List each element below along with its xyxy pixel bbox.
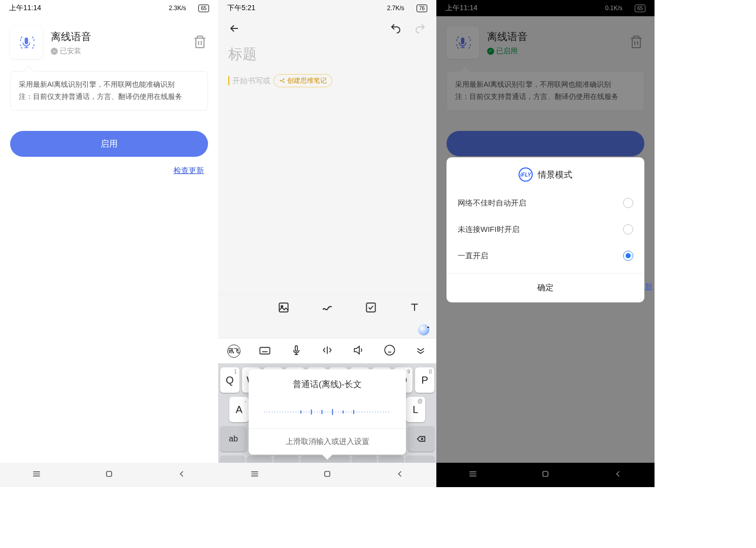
svg-point-14 <box>385 345 395 355</box>
emoji-icon[interactable] <box>418 324 429 335</box>
feature-title: 离线语音 <box>51 30 184 44</box>
svg-rect-11 <box>366 303 375 312</box>
nav-back-icon[interactable] <box>613 469 623 481</box>
radio-checked-icon <box>623 251 633 261</box>
body-input[interactable]: 开始书写或 创建思维笔记 <box>218 64 436 97</box>
svg-rect-21 <box>543 471 548 476</box>
battery-icon: 76 <box>417 5 427 12</box>
delete-button[interactable] <box>192 33 208 52</box>
keyboard-icon[interactable] <box>258 344 271 359</box>
ime-toolbar: 讯飞 <box>218 338 436 363</box>
redo-button[interactable] <box>414 22 426 37</box>
svg-rect-12 <box>260 347 270 354</box>
collapse-icon[interactable] <box>414 344 427 359</box>
undo-button[interactable] <box>390 22 402 37</box>
feature-card: 离线语音 已安装 <box>0 16 218 65</box>
editor-toolbar <box>218 294 436 322</box>
nav-bar <box>218 463 436 487</box>
key-ab[interactable]: ab <box>220 426 247 452</box>
scene-mode-modal: iFLY 情景模式 网络不佳时自动开启 未连接WIFI时开启 一直开启 确定 <box>446 157 644 302</box>
phone-3: 上午11:14 0.1K/s 65 离线语音 已启用 <box>436 0 655 487</box>
key-P[interactable]: P0 <box>415 367 434 393</box>
status-bar: 下午5:21 2.7K/s 76 <box>218 0 436 16</box>
ime-suggestion-bar <box>218 322 436 338</box>
phone-2: 下午5:21 2.7K/s 76 标题 开始书写或 创建思维笔记 <box>218 0 436 487</box>
svg-rect-17 <box>325 471 330 476</box>
nav-back-icon[interactable] <box>177 469 187 481</box>
voice-icon <box>10 26 43 59</box>
create-mindnote-chip[interactable]: 创建思维笔记 <box>273 74 332 87</box>
status-installed-icon <box>51 48 58 55</box>
nav-home-icon[interactable] <box>540 469 551 481</box>
feature-status: 已安装 <box>51 47 184 56</box>
option-auto-on-bad-network[interactable]: 网络不佳时自动开启 <box>446 190 644 216</box>
text-cursor <box>228 76 229 85</box>
title-input[interactable]: 标题 <box>218 43 436 64</box>
status-right: 2.3K/s 65 <box>169 5 209 12</box>
cursor-move-icon[interactable] <box>321 344 334 359</box>
ifly-logo-icon: iFLY <box>519 167 533 182</box>
svg-point-6 <box>280 80 281 81</box>
option-always-on[interactable]: 一直开启 <box>446 243 644 269</box>
voice-waveform <box>249 395 406 428</box>
voice-input-popup: 普通话(离线)-长文 上滑取消输入或进入设置 <box>249 369 406 455</box>
enable-button[interactable]: 启用 <box>10 131 208 157</box>
mic-icon[interactable] <box>290 344 303 359</box>
nav-menu-icon[interactable] <box>31 469 42 481</box>
radio-unchecked-icon <box>623 224 633 234</box>
voice-mode-label: 普通话(离线)-长文 <box>249 369 406 395</box>
svg-rect-3 <box>107 471 112 476</box>
key-Q[interactable]: Q1 <box>220 367 239 393</box>
editor-header <box>218 16 436 43</box>
nav-home-icon[interactable] <box>322 469 332 481</box>
info-bubble: 采用最新AI离线识别引擎，不用联网也能准确识别 注：目前仅支持普通话，方言、翻译… <box>10 71 208 111</box>
checkbox-tool-icon[interactable] <box>364 301 377 316</box>
key-L[interactable]: L@ <box>406 397 425 422</box>
option-on-no-wifi[interactable]: 未连接WIFI时开启 <box>446 216 644 243</box>
nav-menu-icon[interactable] <box>468 469 478 481</box>
back-button[interactable] <box>228 22 240 37</box>
emoji-face-icon[interactable] <box>383 344 396 359</box>
modal-title: iFLY 情景模式 <box>446 157 644 190</box>
image-tool-icon[interactable] <box>277 301 290 316</box>
speaker-icon[interactable] <box>352 344 365 359</box>
key-backspace[interactable] <box>408 426 434 452</box>
radio-unchecked-icon <box>623 198 633 208</box>
key-A[interactable]: A- <box>229 397 249 422</box>
svg-rect-2 <box>25 38 28 44</box>
ifly-icon[interactable]: 讯飞 <box>227 345 240 358</box>
phone-1: 上午11:14 2.3K/s 65 <box>0 0 218 487</box>
check-update-link[interactable]: 检查更新 <box>0 157 218 185</box>
voice-tool-icon[interactable] <box>233 301 247 316</box>
svg-rect-13 <box>295 346 297 351</box>
svg-rect-9 <box>279 303 288 312</box>
status-bar: 上午11:14 2.3K/s 65 <box>0 0 218 16</box>
update-peek: 新 <box>645 282 655 292</box>
svg-point-8 <box>283 82 284 83</box>
nav-bar <box>436 463 655 487</box>
voice-hint: 上滑取消输入或进入设置 <box>249 428 406 455</box>
svg-point-7 <box>283 79 284 80</box>
confirm-button[interactable]: 确定 <box>446 273 644 302</box>
status-time: 上午11:14 <box>9 4 41 13</box>
battery-icon: 65 <box>198 5 209 12</box>
nav-back-icon[interactable] <box>395 469 405 481</box>
nav-home-icon[interactable] <box>104 469 114 481</box>
draw-tool-icon[interactable] <box>321 301 334 316</box>
status-time: 下午5:21 <box>227 4 255 13</box>
text-tool-icon[interactable] <box>408 301 421 316</box>
nav-menu-icon[interactable] <box>250 469 260 481</box>
nav-bar <box>0 463 218 487</box>
